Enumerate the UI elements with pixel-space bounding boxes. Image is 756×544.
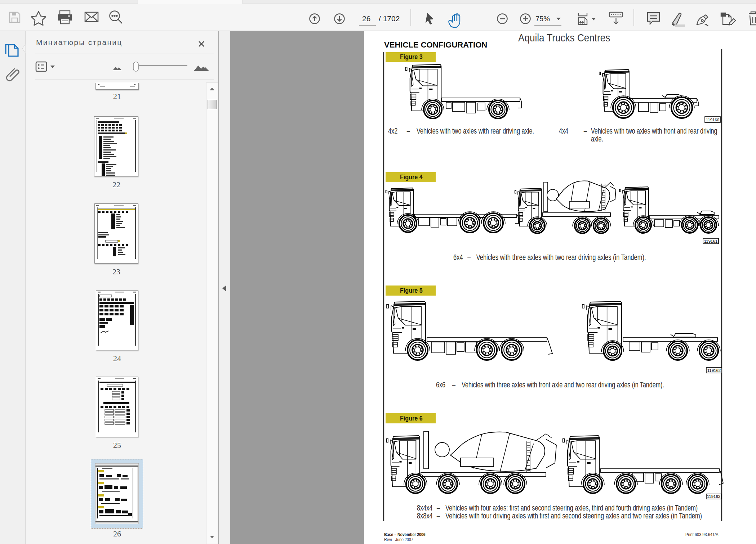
svg-text:75%: 75%	[535, 15, 550, 23]
svg-text:119163: 119163	[707, 494, 721, 499]
svg-text:/ 1702: / 1702	[379, 14, 400, 23]
svg-text:26: 26	[362, 14, 370, 23]
svg-text:119160: 119160	[706, 118, 720, 122]
svg-text:119162: 119162	[707, 368, 721, 373]
svg-text:119161: 119161	[704, 239, 718, 243]
